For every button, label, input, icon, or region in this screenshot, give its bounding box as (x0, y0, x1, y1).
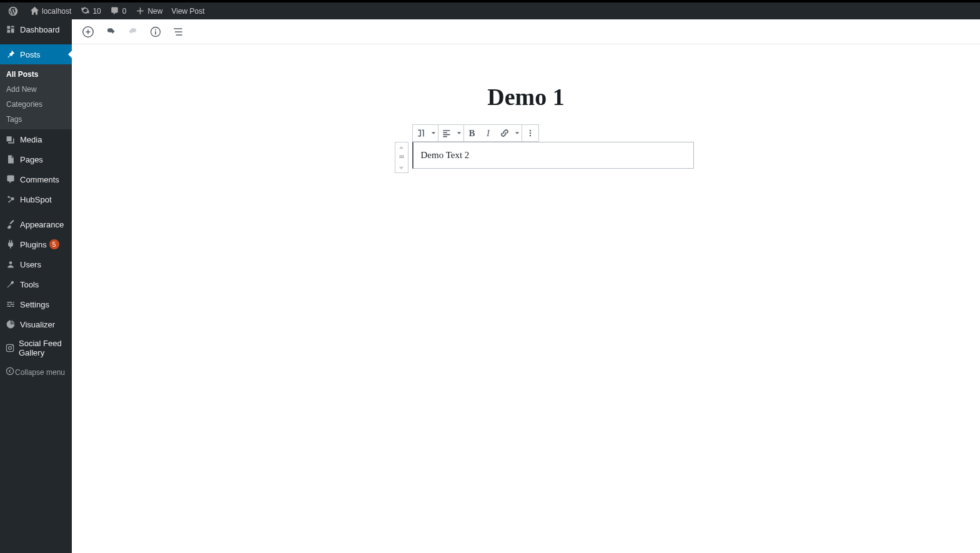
site-name-label: localhost (42, 7, 71, 16)
svg-rect-10 (155, 31, 156, 34)
editor-canvas[interactable]: Demo 1 (72, 44, 980, 553)
sub-item-all-posts[interactable]: All Posts (0, 67, 72, 82)
posts-label: Posts (20, 50, 41, 59)
align-button[interactable] (438, 125, 455, 141)
comment-icon (5, 174, 16, 185)
instagram-icon (5, 342, 15, 354)
plugins-label: Plugins (20, 240, 47, 249)
svg-point-9 (155, 29, 156, 30)
content-info-button[interactable] (144, 21, 167, 43)
link-button[interactable] (497, 125, 513, 141)
dashboard-icon (5, 24, 16, 35)
media-icon (5, 134, 16, 145)
change-block-type-button[interactable] (413, 125, 429, 141)
social-feed-label: Social Feed Gallery (19, 339, 67, 357)
visualizer-label: Visualizer (20, 320, 55, 329)
sidebar-item-visualizer[interactable]: Visualizer (0, 314, 72, 334)
sidebar-item-users[interactable]: Users (0, 254, 72, 274)
italic-button[interactable]: I (480, 125, 497, 141)
posts-submenu: All Posts Add New Categories Tags (0, 64, 72, 129)
sidebar-item-media[interactable]: Media (0, 129, 72, 149)
drag-handle[interactable] (395, 152, 408, 162)
editor-content: Demo 1 (72, 19, 980, 553)
align-dropdown[interactable] (455, 125, 463, 141)
collapse-label: Collapse menu (15, 368, 65, 377)
admin-sidebar: Dashboard Posts All Posts Add New Catego… (0, 19, 72, 553)
sidebar-item-plugins[interactable]: Plugins 5 (0, 234, 72, 254)
block-type-dropdown[interactable] (429, 125, 438, 141)
more-format-dropdown[interactable] (513, 125, 522, 141)
menu-separator (0, 209, 72, 214)
sidebar-item-social-feed[interactable]: Social Feed Gallery (0, 334, 72, 362)
collapse-icon (5, 366, 15, 378)
collapse-menu-button[interactable]: Collapse menu (0, 362, 72, 382)
sliders-icon (5, 299, 16, 310)
tools-label: Tools (20, 280, 39, 289)
paragraph-content[interactable]: Demo Text 2 (412, 142, 694, 169)
redo-button[interactable] (122, 21, 144, 43)
post-title[interactable]: Demo 1 (72, 83, 980, 111)
site-name-button[interactable]: localhost (25, 2, 76, 19)
svg-point-18 (401, 157, 402, 158)
sidebar-item-tools[interactable]: Tools (0, 274, 72, 294)
svg-point-13 (529, 135, 531, 137)
add-block-button[interactable] (77, 21, 99, 43)
view-post-button[interactable]: View Post (167, 2, 209, 19)
menu-separator (0, 39, 72, 44)
pages-icon (5, 154, 16, 165)
wp-admin-bar: localhost 10 0 New View Post (0, 2, 980, 19)
editor-toolbar (72, 19, 980, 44)
appearance-label: Appearance (20, 220, 64, 229)
home-icon (29, 6, 39, 16)
sidebar-item-posts[interactable]: Posts (0, 44, 72, 64)
block-toolbar: B I (412, 124, 539, 142)
comments-button[interactable]: 0 (106, 2, 131, 19)
wp-logo-button[interactable] (4, 2, 25, 19)
undo-button[interactable] (99, 21, 122, 43)
block-more-button[interactable] (522, 125, 538, 141)
sidebar-item-dashboard[interactable]: Dashboard (0, 19, 72, 39)
move-down-button[interactable] (395, 162, 408, 172)
sub-item-tags[interactable]: Tags (0, 112, 72, 127)
user-icon (5, 259, 16, 270)
sidebar-item-comments[interactable]: Comments (0, 169, 72, 189)
block-navigation-button[interactable] (167, 21, 189, 43)
svg-point-12 (529, 132, 531, 134)
sub-item-categories[interactable]: Categories (0, 97, 72, 112)
bold-button[interactable]: B (464, 125, 480, 141)
svg-point-11 (529, 130, 531, 132)
svg-point-5 (12, 346, 13, 347)
sub-item-add-new[interactable]: Add New (0, 82, 72, 97)
comments-count: 0 (122, 7, 127, 16)
users-label: Users (20, 260, 41, 269)
sidebar-item-pages[interactable]: Pages (0, 149, 72, 169)
svg-point-4 (9, 347, 12, 350)
plus-icon (135, 6, 145, 16)
svg-point-16 (402, 156, 403, 157)
new-button[interactable]: New (131, 2, 167, 19)
updates-count: 10 (92, 7, 101, 16)
pages-label: Pages (20, 155, 43, 164)
media-label: Media (20, 135, 42, 144)
updates-button[interactable]: 10 (76, 2, 105, 19)
pin-icon (5, 49, 16, 60)
move-up-button[interactable] (395, 142, 408, 152)
paragraph-block: B I (412, 142, 694, 169)
wordpress-icon (8, 6, 18, 16)
hubspot-label: HubSpot (20, 195, 52, 204)
sidebar-item-hubspot[interactable]: HubSpot (0, 189, 72, 209)
hubspot-icon (5, 194, 16, 205)
sidebar-item-appearance[interactable]: Appearance (0, 214, 72, 234)
dashboard-label: Dashboard (20, 25, 60, 34)
svg-point-15 (401, 156, 402, 157)
wrench-icon (5, 279, 16, 290)
svg-point-19 (402, 157, 403, 158)
new-label: New (147, 7, 162, 16)
block-movers (395, 142, 408, 173)
settings-label: Settings (20, 300, 49, 309)
comments-label: Comments (20, 175, 59, 184)
chart-icon (5, 319, 16, 330)
svg-point-17 (399, 157, 400, 158)
sidebar-item-settings[interactable]: Settings (0, 294, 72, 314)
update-icon (80, 6, 90, 16)
